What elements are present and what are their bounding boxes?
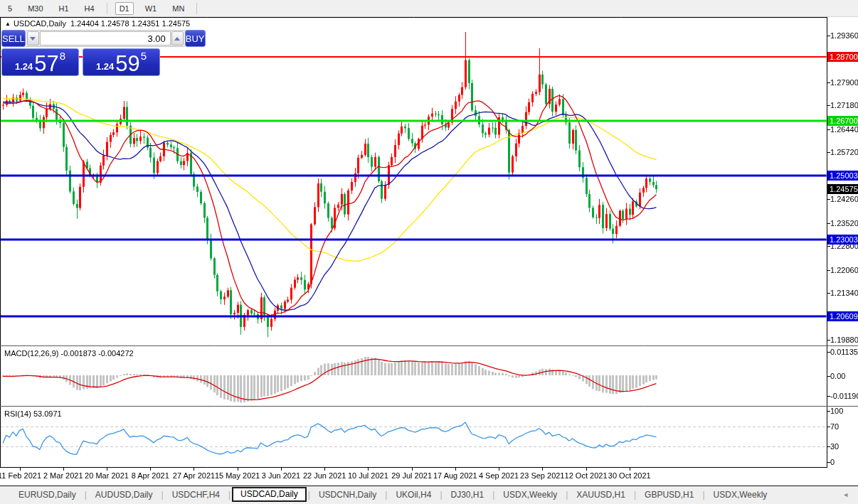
date-axis-label: 29 Jul 2021 [391,471,432,480]
volume-input[interactable] [40,31,171,45]
timeframe-button-w1[interactable]: W1 [141,2,161,15]
buy-price-big-figure: 1.24 [96,61,114,72]
date-axis-label: 15 May 2021 [215,471,260,480]
macd-axis-tick: 0.00 [830,372,845,380]
date-axis-label: 30 Oct 2021 [608,471,651,480]
macd-axis-tick: -0.01190 [830,392,858,400]
level-price-badge: 1.23003 [827,235,858,245]
volume-control [26,30,185,47]
price-axis-tick: 1.26440 [830,125,858,134]
sell-price-pip: 8 [60,50,65,62]
date-axis-label: 2 Mar 2021 [43,471,83,480]
tab-xauusd-h1[interactable]: XAUUSD,H1 [568,488,634,502]
rsi-axis-tick: 30 [830,442,839,451]
buy-price-display[interactable]: 1.24595 [83,48,160,76]
date-axis-label: 17 Aug 2021 [433,471,477,480]
price-axis-tick: 1.29360 [830,31,858,40]
tab-usdcad-daily[interactable]: USDCAD,Daily [232,487,307,502]
scroll-left-icon[interactable]: ◄ [842,491,849,498]
tab-usdx-weekly[interactable]: USDX,Weekly [705,488,776,502]
sell-button[interactable]: SELL [1,30,26,47]
tab-audusd-daily[interactable]: AUDUSD,Daily [87,488,161,502]
resistance-level-badge: 1.28700 [827,52,858,62]
timeframe-button-mn[interactable]: MN [168,2,189,15]
tab-usdx-weekly[interactable]: USDX,Weekly [494,488,566,502]
title-arrow-icon: ▲ [5,21,11,27]
date-axis-label: 8 Apr 2021 [132,471,169,480]
chevron-up-icon [174,37,180,41]
chart-title: ▲USDCAD,Daily 1.24404 1.24578 1.24351 1.… [5,19,190,28]
tab-scroll-controls: ◄► [842,491,858,498]
timeframe-button-5[interactable]: 5 [4,2,16,15]
toolbar-separator [107,3,107,14]
sell-price-display[interactable]: 1.24578 [1,48,79,76]
date-axis-label: 27 Apr 2021 [173,471,215,480]
macd-axis-tick: 0.01135 [830,348,858,356]
timeframe-button-h1[interactable]: H1 [55,2,73,15]
tab-separator: | [228,490,231,500]
volume-decrease-button[interactable] [27,31,39,45]
date-axis-label: 10 Jul 2021 [348,471,388,480]
rsi-axis-tick: 70 [830,422,839,431]
support-level-badge: 1.26700 [827,116,858,126]
date-axis-label: 4 Sep 2021 [479,471,519,480]
date-axis-label: 22 Jun 2021 [303,471,346,480]
timeframe-button-d1[interactable]: D1 [115,2,134,15]
level-price-badge: 1.25003 [827,171,858,181]
date-axis-label: 20 Mar 2021 [85,471,129,480]
tab-dj30-h1[interactable]: DJ30,H1 [443,488,493,502]
tab-ukoil-h4[interactable]: UKOil,H4 [387,488,440,502]
one-click-trading-panel: SELL BUY 1.24578 1.24595 [1,30,160,76]
price-axis-tick: 1.22060 [830,266,858,274]
tab-eurusd-daily[interactable]: EURUSD,Daily [10,488,85,502]
chart-ohlc-readout: 1.24404 1.24578 1.24351 1.24575 [70,19,190,28]
timeframe-toolbar: 5M30H1H4D1W1MN [0,0,858,17]
toolbar-separator [196,3,197,14]
rsi-axis-tick: 0 [830,458,835,466]
date-axis-label: 11 Feb 2021 [0,471,41,480]
rsi-indicator-label: RSI(14) 53.0971 [4,409,62,418]
buy-price-pip: 5 [141,50,147,62]
date-axis-label: 12 Oct 2021 [565,471,608,480]
chart-symbol-label: USDCAD,Daily [14,19,66,28]
tab-usdchf-h4[interactable]: USDCHF,H4 [164,488,228,502]
price-axis-tick: 1.21340 [830,289,858,297]
price-axis-tick: 1.23520 [830,219,858,227]
volume-increase-button[interactable] [171,31,184,45]
level-price-badge: 1.20609 [827,311,858,321]
price-axis-tick: 1.27180 [830,101,858,109]
macd-indicator-label: MACD(12,26,9) -0.001873 -0.004272 [4,349,134,358]
price-axis-tick: 1.24260 [830,195,858,203]
chart-tab-bar: EURUSD,Daily|AUDUSD,Daily|USDCHF,H4|USDC… [0,486,858,503]
price-axis-tick: 1.19880 [830,336,858,344]
date-axis-label: 23 Sep 2021 [520,471,564,480]
date-axis-label: 3 Jun 2021 [262,471,300,480]
tab-usdcnh-daily[interactable]: USDCNH,Daily [310,488,385,502]
sell-price-main: 57 [34,53,58,75]
buy-button[interactable]: BUY [185,30,206,47]
price-axis-tick: 1.27900 [830,78,858,87]
chevron-down-icon [30,37,36,41]
sell-price-big-figure: 1.24 [15,61,33,72]
current-price-badge: 1.24575 [827,184,858,194]
timeframe-button-h4[interactable]: H4 [80,2,99,15]
buy-price-main: 59 [115,53,139,75]
timeframe-button-m30[interactable]: M30 [23,2,47,15]
rsi-axis-tick: 100 [830,407,843,415]
tab-gbpusd-h1[interactable]: GBPUSD,H1 [636,488,702,502]
price-axis-tick: 1.25720 [830,148,858,156]
